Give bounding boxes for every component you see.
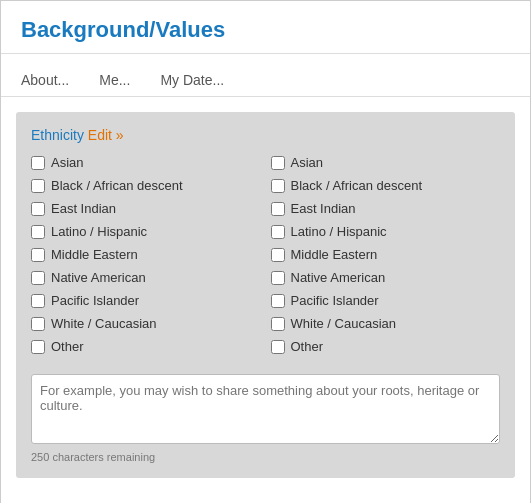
list-item: Asian (31, 155, 261, 170)
list-item: White / Caucasian (271, 316, 501, 331)
label-pacific-col2[interactable]: Pacific Islander (291, 293, 379, 308)
label-black-col1[interactable]: Black / African descent (51, 178, 183, 193)
label-latino-col1[interactable]: Latino / Hispanic (51, 224, 147, 239)
label-nativeamerican-col1[interactable]: Native American (51, 270, 146, 285)
checkbox-column-1: Asian Black / African descent East India… (31, 155, 261, 362)
label-black-col2[interactable]: Black / African descent (291, 178, 423, 193)
checkbox-latino-col1[interactable] (31, 225, 45, 239)
list-item: Native American (271, 270, 501, 285)
label-nativeamerican-col2[interactable]: Native American (291, 270, 386, 285)
list-item: Other (271, 339, 501, 354)
checkbox-white-col2[interactable] (271, 317, 285, 331)
page-header: Background/Values (1, 1, 530, 54)
list-item: Black / African descent (271, 178, 501, 193)
label-white-col1[interactable]: White / Caucasian (51, 316, 157, 331)
list-item: White / Caucasian (31, 316, 261, 331)
ethnicity-label: Ethnicity (31, 127, 84, 143)
tab-about[interactable]: About... (21, 64, 99, 96)
label-asian-col2[interactable]: Asian (291, 155, 324, 170)
checkbox-latino-col2[interactable] (271, 225, 285, 239)
label-pacific-col1[interactable]: Pacific Islander (51, 293, 139, 308)
list-item: Latino / Hispanic (271, 224, 501, 239)
label-latino-col2[interactable]: Latino / Hispanic (291, 224, 387, 239)
checkbox-nativeamerican-col2[interactable] (271, 271, 285, 285)
list-item: Middle Eastern (271, 247, 501, 262)
char-remaining-label: 250 characters remaining (31, 451, 500, 463)
label-asian-col1[interactable]: Asian (51, 155, 84, 170)
content-area: Ethnicity Edit » Asian Black / African d… (16, 112, 515, 478)
list-item: Black / African descent (31, 178, 261, 193)
label-eastindian-col2[interactable]: East Indian (291, 201, 356, 216)
tab-bar: About... Me... My Date... (1, 54, 530, 97)
checkbox-eastindian-col1[interactable] (31, 202, 45, 216)
checkbox-middleeastern-col1[interactable] (31, 248, 45, 262)
checkboxes-container: Asian Black / African descent East India… (31, 155, 500, 362)
checkbox-eastindian-col2[interactable] (271, 202, 285, 216)
list-item: Asian (271, 155, 501, 170)
action-buttons: ✖ cancel APPLY (1, 493, 530, 503)
checkbox-middleeastern-col2[interactable] (271, 248, 285, 262)
checkbox-column-2: Asian Black / African descent East India… (271, 155, 501, 362)
page-title: Background/Values (21, 17, 510, 43)
list-item: East Indian (271, 201, 501, 216)
list-item: East Indian (31, 201, 261, 216)
text-area-section: 250 characters remaining (31, 374, 500, 463)
label-other-col2[interactable]: Other (291, 339, 324, 354)
list-item: Pacific Islander (31, 293, 261, 308)
list-item: Native American (31, 270, 261, 285)
tab-my-date[interactable]: My Date... (160, 64, 254, 96)
list-item: Latino / Hispanic (31, 224, 261, 239)
page-wrapper: Background/Values About... Me... My Date… (0, 0, 531, 503)
list-item: Other (31, 339, 261, 354)
checkbox-asian-col2[interactable] (271, 156, 285, 170)
list-item: Middle Eastern (31, 247, 261, 262)
label-middleeastern-col2[interactable]: Middle Eastern (291, 247, 378, 262)
checkbox-other-col2[interactable] (271, 340, 285, 354)
checkbox-black-col1[interactable] (31, 179, 45, 193)
checkbox-black-col2[interactable] (271, 179, 285, 193)
list-item: Pacific Islander (271, 293, 501, 308)
checkbox-other-col1[interactable] (31, 340, 45, 354)
label-white-col2[interactable]: White / Caucasian (291, 316, 397, 331)
label-other-col1[interactable]: Other (51, 339, 84, 354)
ethnicity-textarea[interactable] (31, 374, 500, 444)
label-middleeastern-col1[interactable]: Middle Eastern (51, 247, 138, 262)
ethnicity-header: Ethnicity Edit » (31, 127, 500, 143)
checkbox-white-col1[interactable] (31, 317, 45, 331)
checkbox-nativeamerican-col1[interactable] (31, 271, 45, 285)
checkbox-pacific-col2[interactable] (271, 294, 285, 308)
tab-me[interactable]: Me... (99, 64, 160, 96)
checkbox-pacific-col1[interactable] (31, 294, 45, 308)
ethnicity-edit-link[interactable]: Edit » (88, 127, 124, 143)
label-eastindian-col1[interactable]: East Indian (51, 201, 116, 216)
checkbox-asian-col1[interactable] (31, 156, 45, 170)
